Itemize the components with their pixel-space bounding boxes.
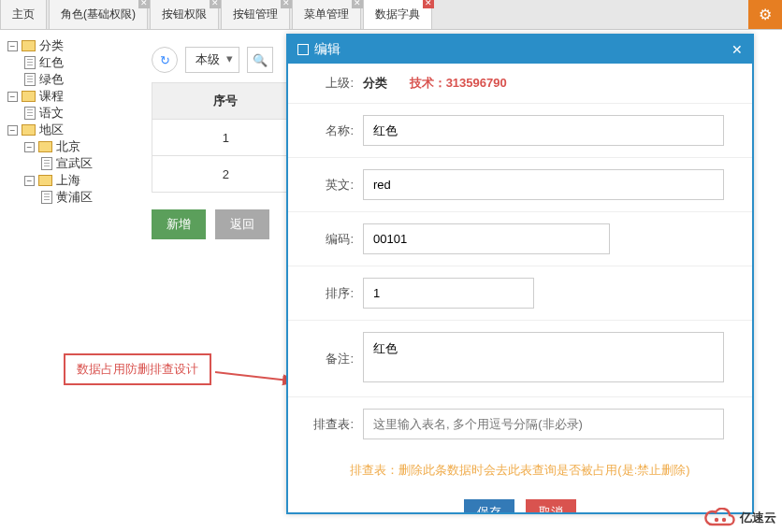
tree-node-beijing[interactable]: −北京 xyxy=(7,138,148,155)
file-icon xyxy=(24,73,36,86)
label-tables: 排查表: xyxy=(297,416,354,433)
window-icon xyxy=(297,44,309,55)
tab-data-dict[interactable]: 数据字典✕ xyxy=(363,0,432,29)
tree-label: 分类 xyxy=(39,37,64,54)
dialog-titlebar[interactable]: 编辑 ✕ xyxy=(288,36,752,64)
tree-panel: −分类 红色 绿色 −课程 语文 −地区 −北京 宣武区 −上海 黄浦区 xyxy=(7,37,148,206)
tree-node-shanghai[interactable]: −上海 xyxy=(7,172,148,189)
dialog-title: 编辑 xyxy=(314,41,340,58)
add-button[interactable]: 新增 xyxy=(152,209,206,239)
tree-label: 红色 xyxy=(39,54,64,71)
close-icon[interactable]: ✕ xyxy=(352,0,363,8)
name-input[interactable] xyxy=(363,115,724,146)
row-sort: 排序: xyxy=(288,266,752,321)
tech-value: 313596790 xyxy=(446,76,507,90)
collapse-icon[interactable]: − xyxy=(7,41,18,51)
tree-leaf-huangpu[interactable]: 黄浦区 xyxy=(7,189,148,206)
close-icon[interactable]: ✕ xyxy=(138,0,150,8)
row-parent: 上级: 分类 技术：313596790 xyxy=(288,64,752,104)
tree-node-region[interactable]: −地区 xyxy=(7,122,148,138)
label-name: 名称: xyxy=(297,122,354,139)
tab-label: 按钮管理 xyxy=(233,7,278,21)
label-parent: 上级: xyxy=(297,75,354,92)
tree-leaf-xuanwu[interactable]: 宣武区 xyxy=(7,155,148,172)
svg-point-2 xyxy=(722,518,726,522)
tree-label: 语文 xyxy=(39,105,64,122)
file-icon xyxy=(41,157,52,170)
back-button[interactable]: 返回 xyxy=(215,209,269,239)
folder-icon xyxy=(38,175,52,186)
code-input[interactable] xyxy=(363,223,610,254)
tree-label: 地区 xyxy=(39,122,64,138)
note-text: 排查表：删除此条数据时会去此表查询是否被占用(是:禁止删除) xyxy=(288,451,752,490)
brand-text: 亿速云 xyxy=(740,510,776,526)
file-icon xyxy=(24,107,36,120)
file-icon xyxy=(41,191,52,204)
close-icon[interactable]: ✕ xyxy=(731,42,743,57)
folder-icon xyxy=(22,124,36,136)
tab-role[interactable]: 角色(基础权限)✕ xyxy=(49,0,148,29)
refresh-icon: ↻ xyxy=(160,53,170,67)
tab-btn-mgmt[interactable]: 按钮管理✕ xyxy=(221,0,290,29)
value-parent: 分类 技术：313596790 xyxy=(363,75,743,92)
col-seq: 序号 xyxy=(152,83,300,120)
level-select[interactable]: 本级 xyxy=(185,47,239,73)
tree-leaf-red[interactable]: 红色 xyxy=(7,54,148,71)
tech-label: 技术： xyxy=(410,76,446,90)
tree-label: 北京 xyxy=(56,138,80,155)
row-remark: 备注: xyxy=(288,321,752,397)
sort-input[interactable] xyxy=(363,278,534,309)
tab-label: 主页 xyxy=(12,7,35,21)
collapse-icon[interactable]: − xyxy=(7,92,18,102)
cell-seq: 2 xyxy=(152,156,300,193)
collapse-icon[interactable]: − xyxy=(24,176,35,186)
tab-label: 角色(基础权限) xyxy=(61,7,136,21)
tree-label: 黄浦区 xyxy=(56,189,93,206)
tree-label: 绿色 xyxy=(39,71,64,88)
svg-point-1 xyxy=(715,518,718,522)
save-button[interactable]: 保存 xyxy=(464,499,514,512)
row-en: 英文: xyxy=(288,158,752,212)
close-icon[interactable]: ✕ xyxy=(281,0,292,8)
refresh-button[interactable]: ↻ xyxy=(152,47,178,73)
file-icon xyxy=(24,56,36,69)
select-value: 本级 xyxy=(196,52,220,66)
tree-node-category[interactable]: −分类 xyxy=(7,37,148,54)
collapse-icon[interactable]: − xyxy=(24,142,35,152)
search-button[interactable]: 🔍 xyxy=(247,47,273,73)
close-icon[interactable]: ✕ xyxy=(423,0,434,8)
collapse-icon[interactable]: − xyxy=(7,125,18,136)
tab-home[interactable]: 主页 xyxy=(0,0,47,29)
tab-label: 按钮权限 xyxy=(162,7,207,21)
callout-box: 数据占用防删排查设计 xyxy=(64,353,211,385)
tab-bar: 主页 角色(基础权限)✕ 按钮权限✕ 按钮管理✕ 菜单管理✕ 数据字典✕ ⚙ xyxy=(0,0,782,30)
tree-label: 课程 xyxy=(39,88,64,105)
tree-label: 宣武区 xyxy=(56,155,93,172)
folder-icon xyxy=(22,91,36,102)
dialog-body: 上级: 分类 技术：313596790 名称: 英文: 编码: 排序: 备注: xyxy=(288,64,752,512)
label-en: 英文: xyxy=(297,177,354,194)
edit-dialog: 编辑 ✕ 上级: 分类 技术：313596790 名称: 英文: 编码: 排序: xyxy=(286,34,754,514)
gear-icon[interactable]: ⚙ xyxy=(748,0,782,29)
tables-input[interactable] xyxy=(363,409,724,439)
tree-node-course[interactable]: −课程 xyxy=(7,88,148,105)
tree-leaf-green[interactable]: 绿色 xyxy=(7,71,148,88)
en-input[interactable] xyxy=(363,169,724,200)
dialog-buttons: 保存 取消 xyxy=(288,490,752,512)
brand-logo: 亿速云 xyxy=(704,508,776,528)
tab-label: 菜单管理 xyxy=(304,7,349,21)
label-code: 编码: xyxy=(297,231,354,248)
tab-btn-perm[interactable]: 按钮权限✕ xyxy=(150,0,219,29)
tree-label: 上海 xyxy=(56,172,80,189)
parent-text: 分类 xyxy=(363,76,387,90)
close-icon[interactable]: ✕ xyxy=(210,0,221,8)
search-icon: 🔍 xyxy=(253,53,268,67)
folder-icon xyxy=(22,40,36,51)
remark-input[interactable] xyxy=(363,332,724,382)
cancel-button[interactable]: 取消 xyxy=(526,499,576,512)
cell-seq: 1 xyxy=(152,120,300,156)
tab-menu-mgmt[interactable]: 菜单管理✕ xyxy=(292,0,361,29)
row-code: 编码: xyxy=(288,212,752,266)
label-remark: 备注: xyxy=(297,351,354,367)
tree-leaf-chinese[interactable]: 语文 xyxy=(7,105,148,122)
